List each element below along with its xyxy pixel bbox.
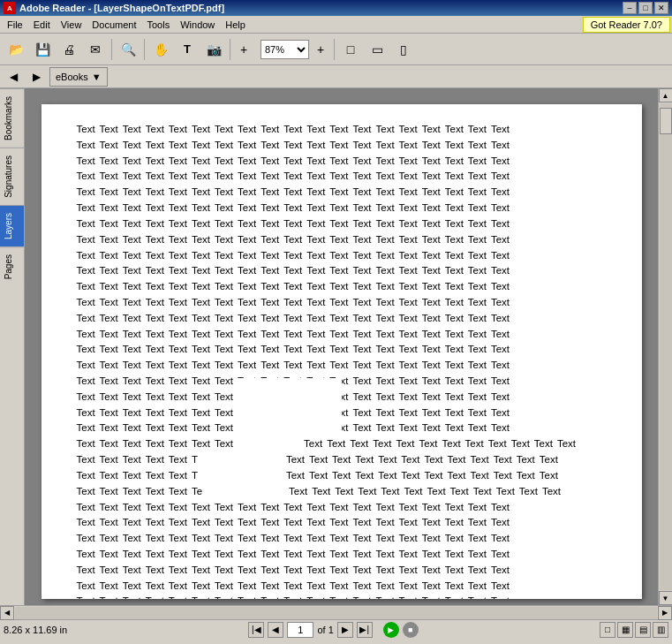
pdf-page: Text Text Text Text Text Text Text Text …: [42, 104, 642, 599]
fit-width-button[interactable]: ▯: [391, 37, 416, 62]
horizontal-scrollbar[interactable]: ◀ ▶: [0, 605, 672, 619]
ebooks-button[interactable]: eBooks ▼: [49, 67, 108, 87]
zoom-out-button[interactable]: +: [311, 40, 330, 59]
separator-4: [334, 39, 335, 60]
menu-file[interactable]: File: [2, 18, 28, 32]
last-page-button[interactable]: ▶|: [357, 622, 373, 638]
forward-button[interactable]: ▶: [26, 67, 46, 87]
maximize-button[interactable]: □: [638, 2, 653, 14]
view-mode-button-1[interactable]: □: [600, 622, 615, 638]
signatures-tab[interactable]: Signatures: [0, 148, 24, 205]
first-page-button[interactable]: |◀: [248, 622, 264, 638]
open-button[interactable]: 📂: [4, 37, 28, 62]
play-button[interactable]: ▶: [383, 622, 399, 638]
pdf-text-content: Text Text Text Text Text Text Text Text …: [77, 122, 607, 599]
separator-3: [230, 39, 230, 60]
fit-page-button[interactable]: ▭: [365, 37, 389, 62]
pages-tab[interactable]: Pages: [0, 246, 24, 286]
left-panel: Bookmarks Signatures Layers Pages: [0, 88, 25, 605]
content-area[interactable]: Text Text Text Text Text Text Text Text …: [25, 88, 658, 605]
menu-bar: File Edit View Document Tools Window Hel…: [0, 16, 672, 34]
menu-help[interactable]: Help: [220, 18, 251, 32]
zoom-controls: + 87% 50% 75% 100% 125% 150% +: [234, 40, 330, 59]
zoom-select[interactable]: 87% 50% 75% 100% 125% 150%: [260, 40, 309, 59]
close-button[interactable]: ✕: [654, 2, 668, 14]
window-title: Adobe Reader - [LayerShapeOnTextPDF.pdf]: [19, 3, 623, 13]
zoom-in-button[interactable]: +: [234, 40, 253, 59]
page-of-label: of 1: [317, 625, 333, 635]
app-icon: A: [4, 2, 16, 14]
search-button[interactable]: 🔍: [116, 37, 140, 62]
save-button[interactable]: 💾: [30, 37, 55, 62]
stop-button[interactable]: ■: [403, 622, 419, 638]
page-size: 8.26 x 11.69 in: [4, 625, 67, 635]
title-bar-controls: – □ ✕: [623, 2, 668, 14]
view-mode-button-2[interactable]: ▦: [617, 622, 633, 638]
scroll-up-button[interactable]: ▲: [659, 88, 673, 102]
scroll-right-button[interactable]: ▶: [658, 606, 672, 620]
bookmarks-tab[interactable]: Bookmarks: [0, 88, 24, 148]
minimize-button[interactable]: –: [623, 2, 637, 14]
snapshot-button[interactable]: 📷: [201, 37, 226, 62]
menu-window[interactable]: Window: [175, 18, 220, 32]
main-area: Bookmarks Signatures Layers Pages Text T…: [0, 88, 672, 605]
layers-tab[interactable]: Layers: [0, 205, 24, 246]
next-page-button[interactable]: ▶: [337, 622, 353, 638]
separator-1: [111, 39, 112, 60]
back-button[interactable]: ◀: [4, 67, 23, 87]
view-mode-button-3[interactable]: ▤: [635, 622, 651, 638]
prev-page-button[interactable]: ◀: [268, 622, 283, 638]
text-tool-button[interactable]: T: [175, 37, 200, 62]
page-number-display: 1: [287, 622, 313, 638]
status-bar: 8.26 x 11.69 in |◀ ◀ 1 of 1 ▶ ▶| ▶ ■ □ ▦…: [0, 619, 672, 639]
menu-edit[interactable]: Edit: [28, 18, 56, 32]
email-button[interactable]: ✉: [83, 37, 108, 62]
menu-tools[interactable]: Tools: [142, 18, 176, 32]
print-button[interactable]: 🖨: [57, 37, 81, 62]
scroll-thumb[interactable]: [660, 108, 672, 134]
menu-view[interactable]: View: [56, 18, 87, 32]
scroll-left-button[interactable]: ◀: [0, 606, 14, 620]
title-bar: A Adobe Reader - [LayerShapeOnTextPDF.pd…: [0, 0, 672, 16]
main-toolbar: 📂 💾 🖨 ✉ 🔍 ✋ T 📷 + 87% 50% 75% 100% 125% …: [0, 34, 672, 65]
overlay-shape: [236, 378, 342, 440]
bookmarks-toolbar: ◀ ▶ eBooks ▼: [0, 65, 672, 88]
hand-tool-button[interactable]: ✋: [148, 37, 173, 62]
scroll-down-button[interactable]: ▼: [659, 591, 673, 605]
menu-document[interactable]: Document: [87, 18, 141, 32]
scroll-track[interactable]: [660, 103, 672, 590]
view-mode-button-4[interactable]: ▥: [653, 622, 668, 638]
h-scroll-track[interactable]: [15, 607, 657, 619]
ebooks-label: eBooks: [56, 72, 88, 82]
ebooks-dropdown-icon: ▼: [92, 72, 102, 82]
actual-size-button[interactable]: □: [338, 37, 363, 62]
status-right: □ ▦ ▤ ▥: [600, 622, 668, 638]
got-reader-banner[interactable]: Got Reader 7.0?: [583, 17, 670, 33]
vertical-scrollbar[interactable]: ▲ ▼: [658, 88, 672, 605]
separator-2: [144, 39, 145, 60]
